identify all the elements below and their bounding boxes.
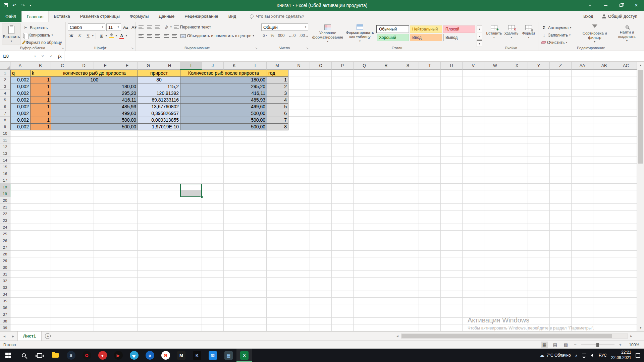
app-icon-2[interactable]: O (79, 349, 95, 362)
ribbon-tab-4[interactable]: Формулы (125, 11, 154, 22)
bold-button[interactable]: Ж (68, 32, 75, 40)
align-middle-button[interactable] (146, 23, 153, 31)
cell-A5[interactable]: 0,002 (11, 97, 31, 104)
scroll-left-button[interactable]: ◂ (394, 334, 401, 338)
row-header-16[interactable]: 16 (0, 170, 10, 177)
restore-button[interactable] (613, 0, 629, 11)
percent-style-button[interactable]: % (269, 32, 276, 39)
row-header-17[interactable]: 17 (0, 177, 10, 184)
cell-style-5[interactable]: Ввод (410, 34, 442, 41)
cell-C8[interactable]: 500,00 (51, 117, 138, 124)
cell-I7[interactable]: 500,00 (180, 110, 267, 117)
row-header-14[interactable]: 14 (0, 157, 10, 164)
row-header-9[interactable]: 9 (0, 123, 10, 130)
previous-sheet-button[interactable]: ◂ (0, 331, 9, 341)
cell-A3[interactable]: 0,002 (11, 83, 31, 90)
align-bottom-button[interactable] (154, 23, 162, 31)
cell-B7[interactable]: 1 (31, 110, 51, 117)
cell-C6[interactable]: 485,93 (51, 104, 138, 110)
cell-style-1[interactable]: Обычный (377, 25, 409, 33)
row-header-20[interactable]: 20 (0, 197, 10, 204)
column-header-M[interactable]: M (267, 62, 288, 70)
scroll-down-button[interactable]: ▾ (637, 324, 644, 331)
format-painter-button[interactable]: Формат по образцу (22, 39, 63, 46)
row-header-13[interactable]: 13 (0, 150, 10, 157)
ribbon-tab-7[interactable]: Вид (223, 11, 241, 22)
row-header-35[interactable]: 35 (0, 298, 10, 304)
cell-G4[interactable]: 120,91392 (138, 90, 180, 97)
ribbon-tab-2[interactable]: Вставка (49, 11, 75, 22)
orientation-dropdown-icon[interactable]: ▾ (170, 26, 172, 28)
zoom-in-button[interactable]: + (618, 342, 623, 347)
column-header-S[interactable]: S (397, 62, 419, 70)
app-yandex-icon[interactable]: Я (158, 349, 173, 362)
cell-C9[interactable]: 500,00 (51, 124, 138, 130)
align-center-button[interactable] (146, 32, 153, 40)
horizontal-scrollbar[interactable]: ◂ ▸ (394, 333, 635, 339)
cut-button[interactable]: ✂ Вырезать (22, 24, 63, 31)
cell-I1[interactable]: Количество рыб после прироста (180, 70, 267, 77)
paste-button[interactable]: Вставить ▾ (2, 23, 21, 45)
column-header-N[interactable]: N (288, 62, 310, 70)
number-format-select[interactable]: Общий ▾ (261, 23, 308, 31)
column-header-X[interactable]: X (506, 62, 528, 70)
ribbon-tab-3[interactable]: Разметка страницы (75, 11, 125, 22)
redo-button[interactable]: ↷ (21, 0, 25, 11)
zoom-out-button[interactable]: − (573, 342, 578, 347)
column-header-P[interactable]: P (332, 62, 354, 70)
cell-style-3[interactable]: Плохой (443, 25, 475, 33)
cell-C7[interactable]: 499,60 (51, 110, 138, 117)
row-header-30[interactable]: 30 (0, 264, 10, 271)
cell-M5[interactable]: 4 (267, 97, 288, 104)
cell-M2[interactable]: 1 (267, 77, 288, 83)
cell-M6[interactable]: 5 (267, 104, 288, 110)
row-header-6[interactable]: 6 (0, 103, 10, 110)
row-header-24[interactable]: 24 (0, 224, 10, 231)
cell-G2[interactable]: 80 (138, 77, 180, 83)
show-hidden-icons-button[interactable]: ∧ (575, 354, 578, 357)
worksheet-grid[interactable]: ABCDEFGHIJKLMNOPQRSTUVWXYZAAABAC◢1234567… (0, 62, 637, 331)
cell-C3[interactable]: 180,00 (51, 83, 138, 90)
row-header-19[interactable]: 19 (0, 190, 10, 197)
autosum-button[interactable]: Σ Автосумма ▾ (540, 24, 578, 31)
font-family-select[interactable]: Calibri ▾ (68, 23, 105, 31)
underline-button[interactable]: Ч (85, 32, 92, 40)
gallery-down-button[interactable]: ▾ (477, 33, 482, 40)
undo-button[interactable]: ↶ (12, 0, 16, 11)
cell-M8[interactable]: 7 (267, 117, 288, 124)
share-button[interactable]: Общий доступ (602, 14, 637, 19)
cell-I6[interactable]: 499,60 (180, 104, 267, 110)
sign-in-button[interactable]: Вход (583, 14, 593, 19)
row-header-37[interactable]: 37 (0, 311, 10, 318)
copy-button[interactable]: Копировать ▾ (22, 32, 63, 39)
cell-B5[interactable]: 1 (31, 97, 51, 104)
conditional-formatting-button[interactable]: Условное форматирование ▾ (312, 23, 343, 45)
app-icon-3[interactable]: ● (95, 349, 110, 362)
start-button[interactable] (0, 349, 16, 362)
column-header-AC[interactable]: AC (615, 62, 637, 70)
network-icon[interactable] (582, 354, 586, 357)
row-header-21[interactable]: 21 (0, 204, 10, 210)
column-header-H[interactable]: H (159, 62, 180, 70)
ribbon-tab-6[interactable]: Рецензирование (179, 11, 223, 22)
scroll-up-button[interactable]: ▴ (637, 62, 644, 68)
sort-filter-button[interactable]: Сортировка и фильтр ▾ (579, 23, 610, 45)
cell-A1[interactable]: q (11, 70, 31, 77)
zoom-slider[interactable] (581, 342, 614, 348)
enter-entry-button[interactable]: ✓ (47, 51, 56, 61)
column-header-U[interactable]: U (441, 62, 463, 70)
selection-box[interactable] (180, 184, 202, 197)
increase-font-size-button[interactable]: А▴ (122, 23, 129, 31)
name-box[interactable]: I18 (0, 51, 32, 61)
zoom-slider-thumb[interactable] (596, 343, 599, 347)
app-browser-icon[interactable]: e (142, 349, 158, 362)
row-header-2[interactable]: 2 (0, 76, 10, 83)
sheet-tab-list1[interactable]: Лист1 (17, 331, 42, 341)
insert-cells-button[interactable]: Вставить ▾ (486, 23, 502, 45)
app-icon-6[interactable]: K (189, 349, 205, 362)
increase-decimal-button[interactable]: ←.0 (287, 32, 297, 39)
row-header-27[interactable]: 27 (0, 244, 10, 251)
ribbon-tab-5[interactable]: Данные (154, 11, 179, 22)
app-icon-5[interactable]: М (173, 349, 189, 362)
cell-G8[interactable]: 0,000313855 (138, 117, 180, 124)
